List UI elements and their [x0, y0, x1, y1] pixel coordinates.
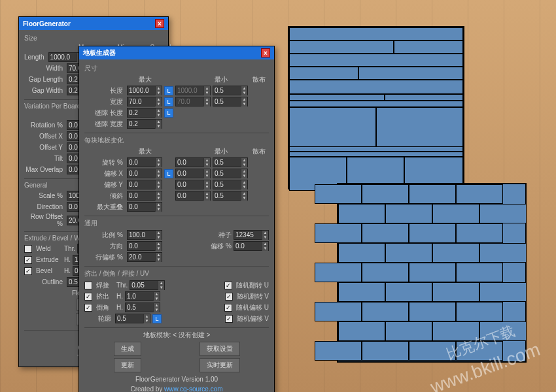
- scale-spinner[interactable]: ▲▼: [127, 230, 162, 240]
- source-link[interactable]: www.cg-source.com: [164, 385, 222, 392]
- outline-spinner[interactable]: ▲▼: [115, 314, 150, 323]
- width-label: Width: [24, 65, 65, 72]
- rot-max-spinner[interactable]: ▲▼: [127, 157, 162, 167]
- extrude-h-spinner[interactable]: ▲▼: [125, 291, 160, 301]
- ox-min-spinner[interactable]: ▲▼: [175, 169, 211, 178]
- lock-icon[interactable]: L: [164, 169, 173, 178]
- ox-spread-spinner[interactable]: ▲▼: [213, 169, 248, 178]
- update-button[interactable]: 更新: [114, 358, 141, 372]
- getsettings-button[interactable]: 获取设置: [200, 342, 240, 356]
- create-button[interactable]: 生成: [114, 342, 141, 356]
- offv-checkbox[interactable]: ✓: [225, 315, 233, 323]
- weld-checkbox[interactable]: [24, 245, 32, 253]
- realtime-button[interactable]: 实时更新: [200, 358, 240, 372]
- floor-preview-1: [288, 26, 464, 189]
- section-extrude: 挤出 / 倒角 / 焊接 / UV: [84, 269, 269, 278]
- width-spread-spinner[interactable]: ▲▼: [213, 97, 248, 106]
- floor-preview-2: document.write(Array.from({length:9},(_,…: [337, 183, 527, 363]
- section-general: 通用: [84, 219, 269, 228]
- window-title: FloorGenerator: [23, 20, 71, 27]
- lock-icon[interactable]: L: [152, 314, 162, 323]
- section-size: 尺寸: [84, 64, 269, 73]
- lock-icon[interactable]: L: [164, 108, 173, 118]
- bevel-h-spinner[interactable]: ▲▼: [125, 302, 160, 312]
- titlebar[interactable]: 地板生成器 ×: [79, 46, 274, 59]
- gap-width-label: Gap Width: [24, 87, 65, 94]
- gap-length-label: Gap Length: [24, 76, 65, 83]
- tilt-max-spinner[interactable]: ▲▼: [127, 191, 162, 201]
- extrude-checkbox[interactable]: ✓: [24, 256, 32, 264]
- gap-width-spinner[interactable]: ▲▼: [127, 119, 162, 129]
- length-spread-spinner[interactable]: ▲▼: [213, 86, 248, 95]
- width-min-spinner[interactable]: ▲▼: [175, 97, 211, 106]
- oy-spread-spinner[interactable]: ▲▼: [213, 180, 248, 189]
- offset-spinner[interactable]: ▲▼: [234, 241, 269, 251]
- flipv-checkbox[interactable]: ✓: [225, 293, 233, 301]
- flipu-checkbox[interactable]: ✓: [224, 282, 232, 289]
- maxoverlap-spinner[interactable]: ▲▼: [127, 202, 162, 212]
- titlebar[interactable]: FloorGenerator ×: [19, 17, 168, 30]
- weld-checkbox[interactable]: [84, 282, 92, 289]
- rot-spread-spinner[interactable]: ▲▼: [213, 157, 248, 167]
- lock-icon[interactable]: L: [164, 97, 173, 106]
- section-variation: 每块地板变化: [84, 136, 269, 145]
- window-title: 地板生成器: [83, 48, 116, 57]
- close-icon[interactable]: ×: [155, 19, 164, 28]
- floorgenerator-window-cn: 地板生成器 × 尺寸 最大最小散布 长度 ▲▼ L ▲▼ ▲▼ 宽度 ▲▼ L …: [78, 46, 275, 392]
- rowoffset-spinner[interactable]: ▲▼: [127, 252, 162, 262]
- direction-spinner[interactable]: ▲▼: [127, 241, 162, 251]
- width-max-spinner[interactable]: ▲▼: [127, 97, 162, 106]
- tilt-spread-spinner[interactable]: ▲▼: [213, 191, 248, 201]
- offu-checkbox[interactable]: ✓: [224, 304, 232, 312]
- bevel-checkbox[interactable]: ✓: [24, 267, 32, 275]
- oy-max-spinner[interactable]: ▲▼: [127, 180, 162, 189]
- close-icon[interactable]: ×: [261, 48, 270, 57]
- gap-length-spinner[interactable]: ▲▼: [127, 108, 162, 118]
- ox-max-spinner[interactable]: ▲▼: [127, 169, 162, 178]
- lock-icon[interactable]: L: [164, 86, 173, 95]
- section-size: Size: [24, 35, 163, 42]
- seed-spinner[interactable]: ▲▼: [234, 230, 269, 240]
- extrude-checkbox[interactable]: ✓: [84, 293, 92, 301]
- length-max-spinner[interactable]: ▲▼: [127, 86, 162, 95]
- tilt-min-spinner[interactable]: ▲▼: [175, 191, 211, 201]
- weld-thr-spinner[interactable]: ▲▼: [130, 280, 165, 290]
- length-min-spinner[interactable]: ▲▼: [175, 86, 211, 95]
- rot-min-spinner[interactable]: ▲▼: [175, 157, 211, 167]
- bevel-checkbox[interactable]: ✓: [84, 304, 92, 312]
- length-label: Length: [24, 54, 46, 61]
- oy-min-spinner[interactable]: ▲▼: [175, 180, 211, 189]
